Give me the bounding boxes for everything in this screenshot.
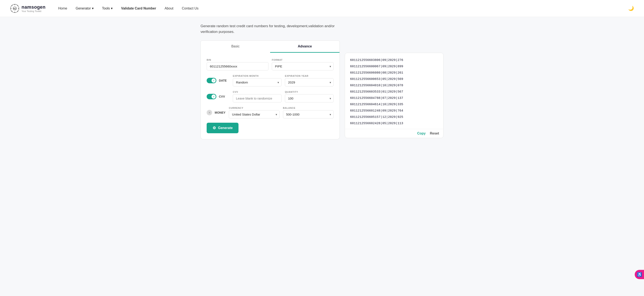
page-subtitle: Generate random test credit card numbers…: [200, 23, 352, 34]
date-toggle[interactable]: ✓: [207, 78, 216, 83]
cvv-toggle[interactable]: ✓: [207, 94, 216, 99]
format-group: FORMAT PIPE JSON CSV ▾: [272, 58, 334, 70]
row-date: ✓ DATE EXPIRATION MONTH Random 010203 04…: [207, 75, 334, 86]
result-line: 6011212556602428|05|2029|113: [350, 120, 438, 127]
result-line: 6011212556604614|10|2029|335: [350, 102, 438, 108]
exp-year-group: EXPIRATION YEAR 2029 20252026 2027202820…: [285, 75, 334, 86]
result-line: 6011212556601248|09|2029|764: [350, 108, 438, 114]
exp-month-select[interactable]: Random 010203 040506 070809 101112: [233, 78, 282, 86]
quantity-group: QUANTITY 102550 100200500 ▾: [285, 91, 334, 102]
bin-group: BIN: [207, 58, 268, 70]
form-card: BIN FORMAT PIPE JSON CSV ▾: [200, 53, 340, 139]
result-line: 6011212556604788|07|2029|137: [350, 95, 438, 102]
cvv-group: CVV: [233, 91, 282, 102]
row-bin-format: BIN FORMAT PIPE JSON CSV ▾: [207, 58, 334, 70]
svg-point-7: [12, 5, 12, 6]
tab-bar: Basic Advance: [200, 40, 340, 53]
format-select[interactable]: PIPE JSON CSV: [272, 62, 334, 70]
results-footer: Copy Reset: [345, 129, 443, 138]
currency-group: CURRENCY United States Dollar Euro Briti…: [229, 107, 280, 118]
exp-month-label: EXPIRATION MONTH: [233, 75, 282, 77]
exp-year-select-wrapper: 2029 20252026 202720282030 ▾: [285, 78, 334, 86]
currency-select-wrapper: United States Dollar Euro British Pound …: [229, 110, 280, 118]
cvv-fields: CVV QUANTITY 102550 100200500 ▾: [233, 91, 334, 102]
exp-month-select-wrapper: Random 010203 040506 070809 101112 ▾: [233, 78, 282, 86]
quantity-label: QUANTITY: [285, 91, 334, 93]
card-area: BIN FORMAT PIPE JSON CSV ▾: [200, 53, 444, 139]
svg-point-6: [18, 8, 19, 9]
format-select-wrapper: PIPE JSON CSV ▾: [272, 62, 334, 70]
cvv-label: CVV: [219, 95, 230, 98]
result-line: 6011212556603806|09|2029|276: [350, 57, 438, 64]
logo[interactable]: NG namsogen Your Testing Toolkit: [10, 4, 46, 13]
generate-label: Generate: [218, 126, 232, 130]
copy-button[interactable]: Copy: [417, 132, 426, 135]
header: NG namsogen Your Testing Toolkit Home Ge…: [0, 0, 644, 17]
gear-icon: ⚙: [212, 126, 216, 130]
quantity-select-wrapper: 102550 100200500 ▾: [285, 94, 334, 102]
brand-name: namsogen: [22, 4, 46, 10]
main-content: Generate random test credit card numbers…: [196, 17, 448, 152]
nav-validate-card[interactable]: Validate Card Number: [121, 6, 156, 10]
reset-button[interactable]: Reset: [430, 132, 439, 135]
result-line: 6011212556600653|05|2029|569: [350, 76, 438, 82]
svg-point-4: [14, 12, 16, 13]
bin-input[interactable]: [207, 62, 268, 70]
toggle-knob: ✓: [212, 94, 216, 99]
currency-select[interactable]: United States Dollar Euro British Pound: [229, 110, 280, 118]
svg-point-8: [17, 10, 18, 12]
quantity-select[interactable]: 102550 100200500: [285, 94, 334, 102]
dark-mode-toggle[interactable]: 🌙: [628, 6, 634, 11]
nav-home[interactable]: Home: [58, 6, 67, 10]
result-line: 6011212556603533|01|2029|567: [350, 89, 438, 95]
money-fields: CURRENCY United States Dollar Euro Briti…: [229, 107, 334, 118]
tab-basic[interactable]: Basic: [201, 41, 270, 53]
logo-text: namsogen Your Testing Toolkit: [22, 4, 46, 12]
result-line: 6011212556605157|12|2029|925: [350, 114, 438, 120]
cvv-input[interactable]: [233, 94, 282, 102]
svg-text:NG: NG: [13, 8, 16, 10]
currency-label: CURRENCY: [229, 107, 280, 109]
tab-advance[interactable]: Advance: [270, 41, 340, 53]
row-cvv: ✓ CVV CVV QUANTITY 102550 1002005: [207, 91, 334, 102]
svg-point-3: [14, 4, 16, 5]
chevron-down-icon: ▾: [111, 6, 112, 10]
results-content[interactable]: 6011212556603806|09|2029|276601121255660…: [345, 53, 443, 129]
nav-about[interactable]: About: [164, 6, 173, 10]
svg-point-5: [10, 8, 12, 9]
result-line: 6011212556604010|10|2029|078: [350, 82, 438, 89]
exp-year-select[interactable]: 2029 20252026 202720282030: [285, 78, 334, 86]
exp-month-group: EXPIRATION MONTH Random 010203 040506 07…: [233, 75, 282, 86]
logo-icon: NG: [10, 4, 20, 13]
balance-select-wrapper: 500-1000 100-500 1000-5000 ▾: [283, 110, 334, 118]
date-fields: EXPIRATION MONTH Random 010203 040506 07…: [233, 75, 334, 86]
nav-generator[interactable]: Generator ▾: [76, 6, 94, 10]
nav-contact[interactable]: Contact Us: [182, 6, 198, 10]
money-label: MONEY: [215, 111, 226, 114]
date-label: DATE: [219, 79, 230, 82]
balance-group: BALANCE 500-1000 100-500 1000-5000 ▾: [283, 107, 334, 118]
result-line: 6011212556600067|09|2029|899: [350, 64, 438, 70]
balance-select[interactable]: 500-1000 100-500 1000-5000: [283, 110, 334, 118]
row-money: ✕ MONEY CURRENCY United States Dollar Eu…: [207, 107, 334, 118]
main-nav: Home Generator ▾ Tools ▾ Validate Card N…: [58, 6, 628, 10]
result-line: 6011212556606080|08|2029|261: [350, 70, 438, 76]
exp-year-label: EXPIRATION YEAR: [285, 75, 334, 77]
svg-point-10: [12, 10, 12, 12]
balance-label: BALANCE: [283, 107, 334, 109]
nav-tools[interactable]: Tools ▾: [102, 6, 112, 10]
cvv-field-label: CVV: [233, 91, 282, 93]
bin-label: BIN: [207, 58, 268, 61]
money-toggle[interactable]: ✕: [207, 110, 212, 115]
svg-point-9: [17, 5, 18, 6]
chevron-down-icon: ▾: [92, 6, 94, 10]
generate-button[interactable]: ⚙ Generate: [207, 123, 238, 133]
close-icon: ✕: [208, 111, 211, 114]
results-card: 6011212556603806|09|2029|276601121255660…: [345, 53, 444, 138]
toggle-knob: ✓: [212, 78, 216, 83]
format-label: FORMAT: [272, 58, 334, 61]
brand-tagline: Your Testing Toolkit: [22, 10, 46, 12]
